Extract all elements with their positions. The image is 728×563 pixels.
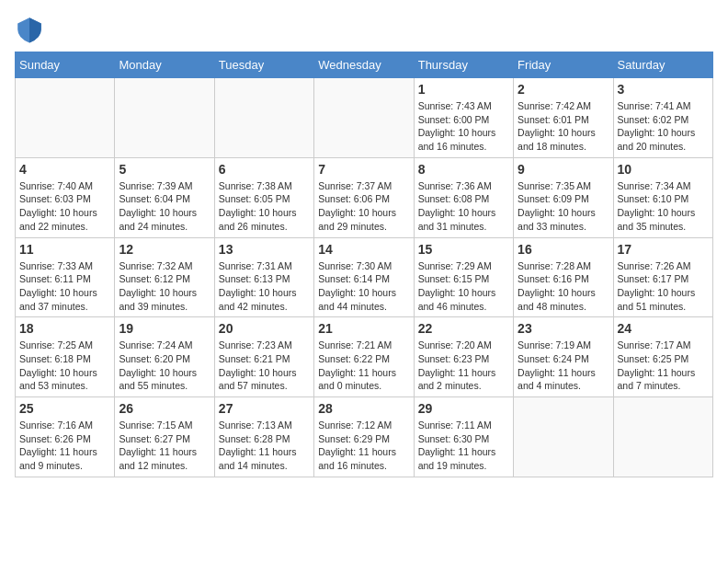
day-number: 24: [618, 321, 709, 336]
calendar-cell: 5Sunrise: 7:39 AM Sunset: 6:04 PM Daylig…: [115, 157, 214, 237]
day-number: 17: [618, 242, 709, 257]
day-info: Sunrise: 7:28 AM Sunset: 6:16 PM Dayligh…: [518, 259, 609, 314]
calendar-cell: 18Sunrise: 7:25 AM Sunset: 6:18 PM Dayli…: [16, 317, 115, 397]
calendar-cell: 22Sunrise: 7:20 AM Sunset: 6:23 PM Dayli…: [414, 317, 513, 397]
calendar-week-row: 25Sunrise: 7:16 AM Sunset: 6:26 PM Dayli…: [16, 397, 713, 477]
calendar-cell: 24Sunrise: 7:17 AM Sunset: 6:25 PM Dayli…: [613, 317, 712, 397]
day-info: Sunrise: 7:39 AM Sunset: 6:04 PM Dayligh…: [119, 179, 210, 234]
day-number: 18: [19, 321, 110, 336]
day-info: Sunrise: 7:34 AM Sunset: 6:10 PM Dayligh…: [618, 179, 709, 234]
day-info: Sunrise: 7:24 AM Sunset: 6:20 PM Dayligh…: [119, 339, 210, 393]
day-info: Sunrise: 7:38 AM Sunset: 6:05 PM Dayligh…: [219, 179, 310, 234]
day-number: 20: [219, 321, 310, 336]
logo: [15, 15, 48, 44]
calendar-cell: [16, 78, 115, 158]
day-info: Sunrise: 7:20 AM Sunset: 6:23 PM Dayligh…: [418, 339, 509, 393]
day-info: Sunrise: 7:43 AM Sunset: 6:00 PM Dayligh…: [418, 99, 509, 154]
calendar-cell: 2Sunrise: 7:42 AM Sunset: 6:01 PM Daylig…: [514, 78, 613, 158]
day-info: Sunrise: 7:36 AM Sunset: 6:08 PM Dayligh…: [418, 179, 509, 234]
day-info: Sunrise: 7:25 AM Sunset: 6:18 PM Dayligh…: [19, 339, 110, 393]
calendar-cell: 26Sunrise: 7:15 AM Sunset: 6:27 PM Dayli…: [115, 397, 214, 477]
calendar-cell: 4Sunrise: 7:40 AM Sunset: 6:03 PM Daylig…: [16, 157, 115, 237]
day-info: Sunrise: 7:32 AM Sunset: 6:12 PM Dayligh…: [119, 259, 210, 314]
day-info: Sunrise: 7:42 AM Sunset: 6:01 PM Dayligh…: [518, 99, 609, 154]
day-info: Sunrise: 7:21 AM Sunset: 6:22 PM Dayligh…: [318, 339, 409, 393]
calendar-cell: 17Sunrise: 7:26 AM Sunset: 6:17 PM Dayli…: [613, 237, 712, 317]
weekday-header: Sunday: [16, 52, 115, 78]
day-number: 6: [219, 162, 310, 177]
day-number: 19: [119, 321, 210, 336]
day-number: 3: [618, 82, 709, 97]
day-info: Sunrise: 7:16 AM Sunset: 6:26 PM Dayligh…: [19, 419, 110, 473]
calendar-table: SundayMondayTuesdayWednesdayThursdayFrid…: [15, 52, 713, 477]
day-number: 28: [318, 401, 409, 416]
weekday-header: Tuesday: [214, 52, 313, 78]
calendar-week-row: 1Sunrise: 7:43 AM Sunset: 6:00 PM Daylig…: [16, 78, 713, 158]
day-number: 8: [418, 162, 509, 177]
day-info: Sunrise: 7:19 AM Sunset: 6:24 PM Dayligh…: [518, 339, 609, 393]
day-info: Sunrise: 7:13 AM Sunset: 6:28 PM Dayligh…: [219, 419, 310, 473]
calendar-cell: [214, 78, 313, 158]
day-info: Sunrise: 7:29 AM Sunset: 6:15 PM Dayligh…: [418, 259, 509, 314]
calendar-cell: [613, 397, 712, 477]
calendar-week-row: 18Sunrise: 7:25 AM Sunset: 6:18 PM Dayli…: [16, 317, 713, 397]
calendar-cell: [514, 397, 613, 477]
day-info: Sunrise: 7:17 AM Sunset: 6:25 PM Dayligh…: [618, 339, 709, 393]
weekday-header: Monday: [115, 52, 214, 78]
day-number: 21: [318, 321, 409, 336]
day-number: 5: [119, 162, 210, 177]
calendar-cell: 12Sunrise: 7:32 AM Sunset: 6:12 PM Dayli…: [115, 237, 214, 317]
logo-icon: [15, 15, 44, 44]
day-number: 26: [119, 401, 210, 416]
day-info: Sunrise: 7:30 AM Sunset: 6:14 PM Dayligh…: [318, 259, 409, 314]
day-number: 23: [518, 321, 609, 336]
weekday-header-row: SundayMondayTuesdayWednesdayThursdayFrid…: [16, 52, 713, 78]
weekday-header: Friday: [514, 52, 613, 78]
calendar-cell: 27Sunrise: 7:13 AM Sunset: 6:28 PM Dayli…: [214, 397, 313, 477]
day-number: 16: [518, 242, 609, 257]
calendar-cell: 21Sunrise: 7:21 AM Sunset: 6:22 PM Dayli…: [314, 317, 414, 397]
calendar-cell: 16Sunrise: 7:28 AM Sunset: 6:16 PM Dayli…: [514, 237, 613, 317]
weekday-header: Thursday: [414, 52, 513, 78]
calendar-cell: 25Sunrise: 7:16 AM Sunset: 6:26 PM Dayli…: [16, 397, 115, 477]
day-info: Sunrise: 7:15 AM Sunset: 6:27 PM Dayligh…: [119, 419, 210, 473]
day-info: Sunrise: 7:11 AM Sunset: 6:30 PM Dayligh…: [418, 419, 509, 473]
day-number: 4: [19, 162, 110, 177]
calendar-cell: 10Sunrise: 7:34 AM Sunset: 6:10 PM Dayli…: [613, 157, 712, 237]
calendar-cell: 14Sunrise: 7:30 AM Sunset: 6:14 PM Dayli…: [314, 237, 414, 317]
calendar-cell: 20Sunrise: 7:23 AM Sunset: 6:21 PM Dayli…: [214, 317, 313, 397]
day-number: 27: [219, 401, 310, 416]
page-header: [15, 15, 713, 44]
day-info: Sunrise: 7:12 AM Sunset: 6:29 PM Dayligh…: [318, 419, 409, 473]
weekday-header: Saturday: [613, 52, 712, 78]
calendar-cell: 3Sunrise: 7:41 AM Sunset: 6:02 PM Daylig…: [613, 78, 712, 158]
day-info: Sunrise: 7:37 AM Sunset: 6:06 PM Dayligh…: [318, 179, 409, 234]
calendar-cell: 6Sunrise: 7:38 AM Sunset: 6:05 PM Daylig…: [214, 157, 313, 237]
day-number: 11: [19, 242, 110, 257]
day-number: 13: [219, 242, 310, 257]
day-number: 12: [119, 242, 210, 257]
day-info: Sunrise: 7:33 AM Sunset: 6:11 PM Dayligh…: [19, 259, 110, 314]
calendar-cell: 9Sunrise: 7:35 AM Sunset: 6:09 PM Daylig…: [514, 157, 613, 237]
calendar-cell: 28Sunrise: 7:12 AM Sunset: 6:29 PM Dayli…: [314, 397, 414, 477]
day-number: 15: [418, 242, 509, 257]
day-info: Sunrise: 7:41 AM Sunset: 6:02 PM Dayligh…: [618, 99, 709, 154]
day-number: 14: [318, 242, 409, 257]
day-info: Sunrise: 7:40 AM Sunset: 6:03 PM Dayligh…: [19, 179, 110, 234]
day-info: Sunrise: 7:23 AM Sunset: 6:21 PM Dayligh…: [219, 339, 310, 393]
calendar-cell: 1Sunrise: 7:43 AM Sunset: 6:00 PM Daylig…: [414, 78, 513, 158]
day-number: 22: [418, 321, 509, 336]
day-number: 7: [318, 162, 409, 177]
day-info: Sunrise: 7:35 AM Sunset: 6:09 PM Dayligh…: [518, 179, 609, 234]
weekday-header: Wednesday: [314, 52, 414, 78]
calendar-cell: 7Sunrise: 7:37 AM Sunset: 6:06 PM Daylig…: [314, 157, 414, 237]
day-number: 9: [518, 162, 609, 177]
day-info: Sunrise: 7:26 AM Sunset: 6:17 PM Dayligh…: [618, 259, 709, 314]
day-info: Sunrise: 7:31 AM Sunset: 6:13 PM Dayligh…: [219, 259, 310, 314]
calendar-week-row: 4Sunrise: 7:40 AM Sunset: 6:03 PM Daylig…: [16, 157, 713, 237]
calendar-cell: [115, 78, 214, 158]
day-number: 1: [418, 82, 509, 97]
calendar-week-row: 11Sunrise: 7:33 AM Sunset: 6:11 PM Dayli…: [16, 237, 713, 317]
day-number: 10: [618, 162, 709, 177]
calendar-cell: 29Sunrise: 7:11 AM Sunset: 6:30 PM Dayli…: [414, 397, 513, 477]
